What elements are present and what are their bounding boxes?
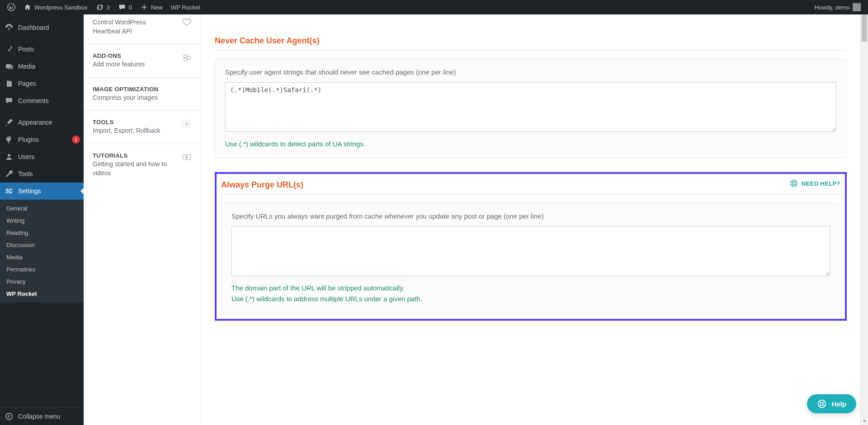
gear-icon bbox=[182, 119, 192, 129]
collapse-menu-label: Collapse menu bbox=[18, 413, 60, 420]
dashboard-icon bbox=[5, 23, 14, 32]
ua-label: Specify user agent strings that should n… bbox=[225, 68, 836, 76]
highlighted-section: Always Purge URL(s) NEED HELP? Specify U… bbox=[215, 172, 847, 321]
subnav-tutorials[interactable]: TUTORIALS Getting started and how to vid… bbox=[84, 144, 201, 186]
updates-link[interactable]: 3 bbox=[92, 0, 113, 14]
app-body: Dashboard Posts Media Pages Comments bbox=[0, 14, 868, 425]
lifebuoy-icon bbox=[817, 399, 827, 409]
subnav-image-optimization[interactable]: IMAGE OPTIMIZATION Compress your images bbox=[84, 78, 201, 111]
menu-posts-label: Posts bbox=[18, 46, 34, 53]
plus-icon bbox=[140, 3, 148, 11]
svg-point-3 bbox=[185, 123, 188, 126]
settings-panel: Never Cache User Agent(s) Specify user a… bbox=[201, 14, 860, 425]
subnav-tools[interactable]: TOOLS Import, Export, Rollback bbox=[84, 111, 201, 144]
menu-media[interactable]: Media bbox=[0, 58, 84, 75]
submenu-reading[interactable]: Reading bbox=[0, 227, 84, 239]
ua-help-text: Use (.*) wildcards to detect parts of UA… bbox=[225, 139, 836, 149]
menu-plugins[interactable]: Plugins 1 bbox=[0, 131, 84, 148]
menu-appearance-label: Appearance bbox=[18, 119, 52, 126]
menu-users-label: Users bbox=[18, 153, 35, 160]
menu-comments-label: Comments bbox=[18, 97, 49, 104]
subnav-addons-desc: Add more features bbox=[93, 60, 175, 69]
wrench-icon bbox=[5, 169, 14, 178]
fieldbox-purge: Specify URLs you always want purged from… bbox=[221, 203, 840, 313]
fieldbox-ua: Specify user agent strings that should n… bbox=[215, 59, 847, 159]
submenu-discussion[interactable]: Discussion bbox=[0, 239, 84, 251]
comments-icon bbox=[5, 96, 14, 105]
subnav-heartbeat-desc: Control WordPress Heartbeat API bbox=[93, 18, 175, 36]
wp-logo[interactable] bbox=[4, 0, 19, 14]
collapse-menu-button[interactable]: Collapse menu bbox=[0, 407, 84, 425]
purge-help-2: Use (.*) wildcards to address multiple U… bbox=[231, 294, 830, 304]
section-title-ua: Never Cache User Agent(s) bbox=[215, 36, 319, 46]
updates-count-text: 3 bbox=[107, 4, 110, 11]
admin-bar-left: Wordpress Sandbox 3 0 New WP Rocket bbox=[4, 0, 204, 14]
submenu-permalinks[interactable]: Permalinks bbox=[0, 263, 84, 276]
submenu-writing[interactable]: Writing bbox=[0, 215, 84, 227]
menu-posts[interactable]: Posts bbox=[0, 41, 84, 58]
subnav-addons-title: ADD-ONS bbox=[93, 52, 175, 59]
avatar bbox=[853, 3, 861, 11]
menu-pages[interactable]: Pages bbox=[0, 75, 84, 92]
site-home-link[interactable]: Wordpress Sandbox bbox=[20, 0, 91, 14]
menu-tools[interactable]: Tools bbox=[0, 165, 84, 182]
wordpress-icon bbox=[7, 3, 15, 11]
never-cache-ua-textarea[interactable] bbox=[225, 82, 836, 132]
settings-submenu: General Writing Reading Discussion Media… bbox=[0, 200, 84, 303]
admin-bar: Wordpress Sandbox 3 0 New WP Rocket Howd… bbox=[0, 0, 868, 14]
section-never-cache-ua: Never Cache User Agent(s) Specify user a… bbox=[215, 36, 847, 159]
section-title-purge: Always Purge URL(s) bbox=[221, 180, 303, 190]
sliders-icon bbox=[5, 187, 14, 196]
vertical-scrollbar[interactable]: ▲ ▼ bbox=[860, 14, 868, 425]
menu-pages-label: Pages bbox=[18, 80, 36, 87]
howdy-user-link[interactable]: Howdy, demo bbox=[811, 0, 864, 14]
subnav-tools-title: TOOLS bbox=[93, 119, 175, 126]
submenu-privacy[interactable]: Privacy bbox=[0, 276, 84, 288]
need-help-text: NEED HELP? bbox=[802, 180, 840, 187]
scrollbar-thumb[interactable] bbox=[862, 14, 867, 42]
plug-icon bbox=[5, 135, 14, 144]
wp-rocket-adminbar-text: WP Rocket bbox=[171, 4, 200, 11]
wp-rocket-adminbar-link[interactable]: WP Rocket bbox=[167, 0, 204, 14]
video-icon bbox=[182, 152, 192, 162]
comments-count-text: 0 bbox=[129, 4, 132, 11]
comments-link[interactable]: 0 bbox=[114, 0, 136, 14]
howdy-text: Howdy, demo bbox=[814, 4, 850, 11]
new-content-link[interactable]: New bbox=[137, 0, 166, 14]
subnav-imgopt-title: IMAGE OPTIMIZATION bbox=[93, 86, 192, 93]
subnav-tools-desc: Import, Export, Rollback bbox=[93, 126, 175, 135]
always-purge-textarea[interactable] bbox=[231, 226, 830, 276]
submenu-wp-rocket[interactable]: WP Rocket bbox=[0, 288, 84, 300]
menu-comments[interactable]: Comments bbox=[0, 92, 84, 109]
need-help-link[interactable]: NEED HELP? bbox=[790, 179, 840, 187]
menu-users[interactable]: Users bbox=[0, 148, 84, 165]
help-beacon-button[interactable]: Help bbox=[807, 394, 856, 413]
collapse-icon bbox=[5, 412, 14, 421]
subnav-tutorials-desc: Getting started and how to videos bbox=[93, 160, 175, 177]
svg-point-1 bbox=[8, 154, 10, 157]
refresh-icon bbox=[96, 3, 104, 11]
svg-point-8 bbox=[821, 402, 823, 405]
purge-label: Specify URLs you always want purged from… bbox=[231, 212, 830, 220]
section-always-purge: Always Purge URL(s) NEED HELP? Specify U… bbox=[217, 179, 844, 318]
subnav-imgopt-desc: Compress your images bbox=[93, 93, 192, 103]
boxes-icon bbox=[182, 52, 192, 62]
help-beacon-label: Help bbox=[831, 400, 846, 408]
site-name-text: Wordpress Sandbox bbox=[34, 4, 88, 11]
menu-appearance[interactable]: Appearance bbox=[0, 114, 84, 131]
submenu-general[interactable]: General bbox=[0, 202, 84, 215]
comment-icon bbox=[118, 3, 126, 11]
svg-point-0 bbox=[8, 4, 15, 11]
scroll-down-arrow-icon[interactable]: ▼ bbox=[861, 417, 868, 425]
pages-icon bbox=[5, 79, 14, 88]
home-icon bbox=[24, 3, 32, 11]
content-area: Control WordPress Heartbeat API ADD-ONS … bbox=[84, 14, 868, 425]
menu-tools-label: Tools bbox=[18, 170, 33, 177]
subnav-heartbeat[interactable]: Control WordPress Heartbeat API bbox=[84, 14, 201, 44]
subnav-addons[interactable]: ADD-ONS Add more features bbox=[84, 44, 201, 78]
subnav-tutorials-title: TUTORIALS bbox=[93, 152, 175, 159]
menu-settings[interactable]: Settings bbox=[0, 182, 84, 200]
menu-dashboard[interactable]: Dashboard bbox=[0, 19, 84, 36]
submenu-media[interactable]: Media bbox=[0, 251, 84, 263]
svg-point-2 bbox=[6, 413, 12, 420]
